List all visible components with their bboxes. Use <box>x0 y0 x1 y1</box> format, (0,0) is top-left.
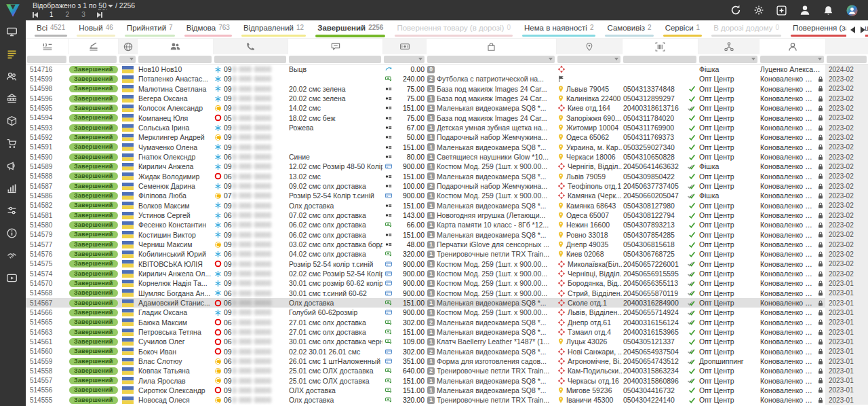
filter-input-comment[interactable] <box>289 56 381 63</box>
tab-відмова[interactable]: Відмова763 <box>180 20 237 39</box>
sidebar-item-marketing[interactable] <box>0 155 26 177</box>
table-row[interactable]: 514588ЗавершенийЖидак Володимир060 000 0… <box>26 172 868 181</box>
table-row[interactable]: 514595ЗавершенийКолосок Александр090 000… <box>26 103 868 113</box>
table-row[interactable]: 514579ЗавершенийКостишин Виктор090 000 0… <box>26 230 868 240</box>
page-button-1[interactable]: 1 <box>47 11 56 19</box>
sidebar-item-company[interactable] <box>0 88 26 110</box>
lock-icon <box>817 358 824 365</box>
last-page-button[interactable] <box>97 12 102 18</box>
filter-input-city[interactable] <box>557 56 620 63</box>
sidebar-item-procurement[interactable] <box>0 132 26 155</box>
filter-input-ttn[interactable] <box>623 56 696 63</box>
tab-повернення-товару-в-дорозі-[interactable]: Повернення товару (в дорозі)0 <box>390 20 517 39</box>
table-row[interactable]: 514567ЗавершенийАдамовский Станис...060 … <box>26 298 868 308</box>
table-row[interactable]: 514580ЗавершенийФесенко Константин060 00… <box>26 220 868 229</box>
table-row[interactable]: 514555ЗавершенийНовосад Олеся060 000 000… <box>26 395 868 405</box>
sidebar-item-orders[interactable] <box>0 43 26 65</box>
tab-всі[interactable]: Всі4521 <box>30 20 72 39</box>
table-row[interactable]: 514593ЗавершенийСольська Ірина090 000 00… <box>26 123 868 132</box>
page-button-3[interactable]: 3 <box>79 11 87 19</box>
table-row[interactable]: 514570ЗавершенийКорнелюк Надія Та...090 … <box>26 278 868 288</box>
tab-новый[interactable]: Новый46 <box>72 20 120 39</box>
app-logo-icon[interactable] <box>0 0 26 20</box>
column-header-phone[interactable] <box>213 39 288 54</box>
table-row[interactable]: 514586ЗавершенийФіліпова Люба070 000 000… <box>26 191 868 200</box>
table-row[interactable]: 514591ЗавершенийЧумаченко Олена090 000 0… <box>26 143 868 152</box>
table-row[interactable]: 514581ЗавершенийУстинов Сергей060 000 00… <box>26 210 868 220</box>
filter-input-flag[interactable] <box>119 56 136 63</box>
filter-input-pay[interactable] <box>384 56 425 63</box>
page-button-2[interactable]: 2 <box>64 11 72 19</box>
filter-input-id[interactable] <box>27 56 66 63</box>
table-row[interactable]: 514582ЗавершенийВолков Максим090 000 000… <box>26 201 868 210</box>
column-header-status[interactable] <box>68 39 118 54</box>
tab-прийнятий[interactable]: Прийнятий7 <box>120 20 180 39</box>
filter-input-product[interactable] <box>427 56 555 63</box>
column-header-pay[interactable] <box>382 39 426 54</box>
table-row[interactable]: 514589ЗавершенийКирилич Анжела090 000 00… <box>26 162 868 171</box>
sidebar-item-info[interactable] <box>0 222 26 244</box>
table-row[interactable]: 514576ЗавершенийКобилинський Юрий060 000… <box>26 249 868 259</box>
table-row[interactable]: 514596ЗавершенийВегера Оксана090 000 000… <box>26 94 868 103</box>
column-header-flag[interactable] <box>118 39 137 54</box>
sidebar-item-partners[interactable] <box>0 244 26 267</box>
table-row[interactable]: 514559ЗавершенийВлас Слотюу060 000 00002… <box>26 356 868 366</box>
filter-input-phone[interactable] <box>214 56 286 63</box>
table-row[interactable]: 514598ЗавершенийМалютина Светлана090 000… <box>26 84 868 94</box>
refresh-icon[interactable] <box>730 4 742 16</box>
table-row[interactable]: 514568ЗавершенийШумляс Богдана Ан...060 … <box>26 289 868 298</box>
column-header-product[interactable] <box>426 39 556 54</box>
table-row[interactable]: 514574ЗавершенийКирилич Анжела Ол...090 … <box>26 269 868 278</box>
table-row[interactable]: 514556ЗавершенийСиротюк Олександр090 000… <box>26 386 868 395</box>
table-row[interactable]: 514558ЗавершенийКовпак Татьяна090 000 00… <box>26 366 868 375</box>
sidebar-item-dashboard[interactable] <box>0 20 26 43</box>
tab-завершений[interactable]: Завершений2256 <box>311 20 390 39</box>
gear-icon[interactable] <box>753 5 764 16</box>
column-header-date[interactable] <box>825 39 868 54</box>
table-row[interactable]: 514587ЗавершенийСеменюк Дарина090 000 00… <box>26 181 868 191</box>
filter-input-status[interactable] <box>69 56 117 63</box>
filter-input-name[interactable] <box>138 56 212 63</box>
table-row[interactable]: 514594ЗавершенийКомпанец Юля050 000 0000… <box>26 113 868 123</box>
table-row[interactable]: 514599ЗавершенийПотапенко Анастас...090 … <box>26 74 868 84</box>
table-row[interactable]: 514557ЗавершенийЛила Ярослав090 000 0000… <box>26 376 868 386</box>
tab-самовивіз[interactable]: Самовивіз2 <box>600 20 658 39</box>
first-page-button[interactable] <box>33 12 38 18</box>
table-row[interactable]: 514577ЗавершенийЧерниш Максим090 000 000… <box>26 240 868 249</box>
table-row[interactable]: 514592ЗавершенийМерклингер Андрей090 000… <box>26 132 868 142</box>
sidebar-item-clients[interactable] <box>0 65 26 88</box>
table-row[interactable]: 514565ЗавершенийБаюка Максим060 000 0000… <box>26 318 868 327</box>
filter-input-channel[interactable] <box>699 56 757 63</box>
table-row[interactable]: 514566ЗавершенийГладик Оксана090 000 000… <box>26 308 868 317</box>
tab-сервіси[interactable]: Сервіси1 <box>658 20 707 39</box>
table-row[interactable]: 514575ЗавершенийКВІТОВСЬКА ЮЛІЯ090 000 0… <box>26 259 868 269</box>
table-row[interactable]: 514716ЗавершенийНов10 Нов10090 000 0000В… <box>26 64 868 74</box>
table-row[interactable]: 514590ЗавершенийГнатюк Олексндр060 000 0… <box>26 152 868 162</box>
per-page-dropdown[interactable]: 50 <box>98 1 106 10</box>
filter-input-manager[interactable] <box>760 56 824 63</box>
tab-в-дорозі-додому[interactable]: В дорозі додому0 <box>707 20 786 39</box>
column-header-manager[interactable] <box>759 39 825 54</box>
column-header-comment[interactable] <box>288 39 382 54</box>
table-row[interactable]: 514560ЗавершенийБокоч Иван090 000 000002… <box>26 347 868 356</box>
table-row[interactable]: 514561ЗавершенийСучилов Олег060 000 0000… <box>26 337 868 346</box>
tabs-scroll-right-icon[interactable] <box>861 26 865 33</box>
sidebar-item-products[interactable] <box>0 110 26 132</box>
notifications-bell-icon[interactable] <box>823 5 834 16</box>
column-header-id[interactable] <box>26 39 68 54</box>
table-row[interactable]: 514563ЗавершенийПетровська Тетяна060 000… <box>26 327 868 337</box>
tab-відправлений[interactable]: Відправлений12 <box>237 20 311 39</box>
sidebar-item-tutorials[interactable] <box>0 267 26 289</box>
column-header-channel[interactable] <box>698 39 759 54</box>
tab-нема-в-наявності[interactable]: Нема в наявності2 <box>517 20 600 39</box>
support-icon[interactable] <box>846 4 859 17</box>
column-header-ttn[interactable] <box>622 39 698 54</box>
tabs-scroll-left-icon[interactable] <box>850 26 855 33</box>
filter-input-date[interactable] <box>827 56 867 63</box>
sidebar-item-settings[interactable] <box>0 200 26 222</box>
column-header-city[interactable] <box>556 39 622 54</box>
add-order-icon[interactable] <box>776 5 787 16</box>
user-avatar-icon[interactable] <box>799 4 811 16</box>
sidebar-item-statistics[interactable] <box>0 177 26 200</box>
column-header-name[interactable] <box>137 39 213 54</box>
